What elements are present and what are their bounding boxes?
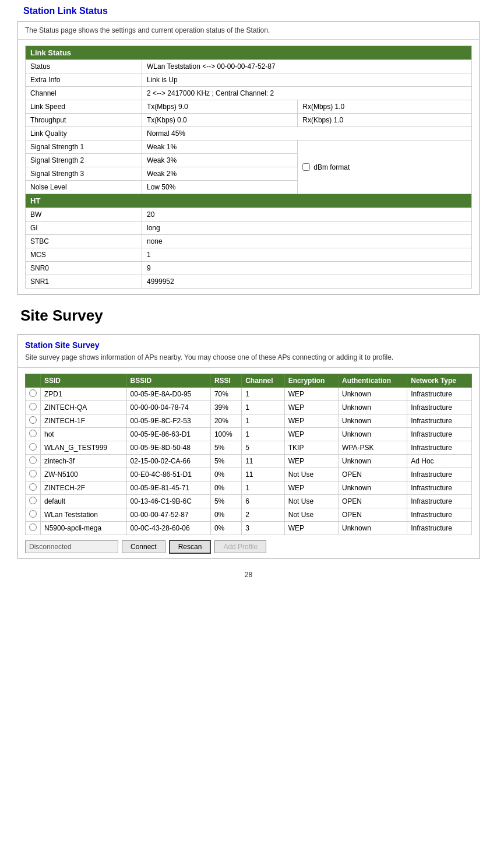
cell-rssi: 20% (210, 414, 241, 428)
row-value: Weak 2% (142, 167, 298, 181)
list-item: ZINTECH-1F 00-05-9E-8C-F2-53 20% 1 WEP U… (26, 414, 472, 428)
radio-cell[interactable] (26, 482, 41, 495)
cell-nettype: Ad Hoc (407, 455, 472, 468)
row-value: Weak 1% (142, 140, 298, 154)
survey-table: SSID BSSID RSSI Channel Encryption Authe… (25, 374, 472, 535)
cell-rssi: 39% (210, 401, 241, 414)
list-item: ZINTECH-QA 00-00-00-04-78-74 39% 1 WEP U… (26, 401, 472, 414)
table-row: Throughput Tx(Kbps) 0.0 Rx(Kbps) 1.0 (26, 114, 472, 127)
row-value: none (142, 235, 472, 248)
cell-auth: WPA-PSK (339, 441, 407, 455)
cell-encryption: WEP (284, 455, 338, 468)
survey-radio-4[interactable] (29, 443, 37, 451)
cell-bssid: 00-05-9E-8C-F2-53 (126, 414, 210, 428)
cell-bssid: 00-E0-4C-86-51-D1 (126, 468, 210, 482)
ht-section-header-row: HT (26, 194, 472, 208)
cell-ssid: ZPD1 (41, 388, 127, 401)
list-item: N5900-apcli-mega 00-0C-43-28-60-06 0% 3 … (26, 522, 472, 535)
link-section-header-row: Link Status (26, 46, 472, 60)
row-value-rx: Rx(Mbps) 1.0 (298, 100, 472, 114)
row-label: Signal Strength 1 (26, 140, 142, 154)
row-value: 1 (142, 248, 472, 262)
survey-radio-10[interactable] (29, 523, 37, 531)
list-item: zintech-3f 02-15-00-02-CA-66 5% 11 WEP U… (26, 455, 472, 468)
page-number: 28 (17, 571, 480, 579)
site-survey-title: Station Site Survey (18, 335, 479, 353)
radio-cell[interactable] (26, 428, 41, 441)
col-nettype: Network Type (407, 374, 472, 388)
row-label: SNR1 (26, 275, 142, 289)
cell-auth: Unknown (339, 401, 407, 414)
radio-cell[interactable] (26, 388, 41, 401)
cell-ssid: WLan Teststation (41, 508, 127, 522)
site-survey-panel: Station Site Survey Site survey page sho… (17, 334, 480, 559)
list-item: ZINTECH-2F 00-05-9E-81-45-71 0% 1 WEP Un… (26, 482, 472, 495)
cell-auth: Unknown (339, 414, 407, 428)
cell-channel: 1 (242, 414, 285, 428)
radio-cell[interactable] (26, 441, 41, 455)
cell-encryption: WEP (284, 414, 338, 428)
cell-encryption: WEP (284, 482, 338, 495)
survey-radio-5[interactable] (29, 456, 37, 464)
cell-auth: OPEN (339, 508, 407, 522)
list-item: ZPD1 00-05-9E-8A-D0-95 70% 1 WEP Unknown… (26, 388, 472, 401)
rescan-button[interactable]: Rescan (169, 540, 212, 554)
cell-bssid: 00-05-9E-8A-D0-95 (126, 388, 210, 401)
radio-cell[interactable] (26, 495, 41, 508)
survey-radio-3[interactable] (29, 430, 37, 437)
dbm-checkbox[interactable] (302, 163, 310, 171)
dbm-label: dBm format (313, 163, 350, 171)
survey-radio-6[interactable] (29, 470, 37, 477)
row-label: Signal Strength 3 (26, 167, 142, 181)
cell-ssid: ZINTECH-2F (41, 482, 127, 495)
col-ssid: SSID (41, 374, 127, 388)
cell-encryption: Not Use (284, 508, 338, 522)
col-auth: Authentication (339, 374, 407, 388)
row-label: Link Quality (26, 127, 142, 140)
radio-cell[interactable] (26, 414, 41, 428)
radio-cell[interactable] (26, 522, 41, 535)
site-survey-heading: Site Survey (17, 307, 480, 325)
table-row: SNR0 9 (26, 262, 472, 275)
survey-radio-7[interactable] (29, 483, 37, 491)
row-value: Weak 3% (142, 154, 298, 167)
list-item: WLAN_G_TEST999 00-05-9E-8D-50-48 5% 5 TK… (26, 441, 472, 455)
list-item: hot 00-05-9E-86-63-D1 100% 1 WEP Unknown… (26, 428, 472, 441)
cell-channel: 1 (242, 388, 285, 401)
row-label: BW (26, 208, 142, 222)
survey-radio-9[interactable] (29, 510, 37, 518)
status-input (25, 540, 118, 553)
row-label: MCS (26, 248, 142, 262)
row-label: GI (26, 222, 142, 235)
cell-encryption: WEP (284, 401, 338, 414)
cell-bssid: 00-0C-43-28-60-06 (126, 522, 210, 535)
col-encryption: Encryption (284, 374, 338, 388)
radio-cell[interactable] (26, 455, 41, 468)
cell-nettype: Infrastructure (407, 414, 472, 428)
row-value: long (142, 222, 472, 235)
row-value: 2 <--> 2417000 KHz ; Central Channel: 2 (142, 87, 472, 100)
radio-cell[interactable] (26, 468, 41, 482)
cell-nettype: Infrastructure (407, 401, 472, 414)
radio-cell[interactable] (26, 508, 41, 522)
survey-radio-8[interactable] (29, 497, 37, 504)
cell-bssid: 02-15-00-02-CA-66 (126, 455, 210, 468)
col-channel: Channel (242, 374, 285, 388)
link-status-inner: Link Status Status WLan Teststation <-->… (18, 40, 479, 294)
col-bssid: BSSID (126, 374, 210, 388)
row-value: 20 (142, 208, 472, 222)
survey-radio-2[interactable] (29, 416, 37, 424)
survey-radio-0[interactable] (29, 389, 37, 397)
cell-nettype: Infrastructure (407, 441, 472, 455)
row-value-rx: Rx(Kbps) 1.0 (298, 114, 472, 127)
cell-rssi: 100% (210, 428, 241, 441)
survey-radio-1[interactable] (29, 403, 37, 410)
cell-channel: 1 (242, 482, 285, 495)
add-profile-button[interactable]: Add Profile (214, 540, 266, 553)
connect-button[interactable]: Connect (122, 540, 165, 553)
radio-cell[interactable] (26, 401, 41, 414)
cell-auth: Unknown (339, 428, 407, 441)
col-rssi: RSSI (210, 374, 241, 388)
row-value-tx: Tx(Mbps) 9.0 (142, 100, 298, 114)
cell-rssi: 5% (210, 455, 241, 468)
